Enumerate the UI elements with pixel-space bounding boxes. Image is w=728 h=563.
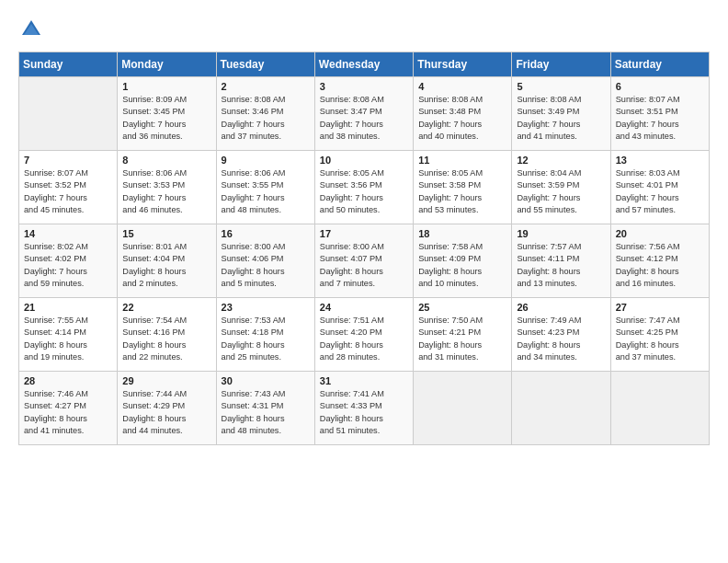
day-info: Sunrise: 8:00 AMSunset: 4:06 PMDaylight:… (222, 241, 310, 290)
col-header-friday: Friday (512, 52, 610, 77)
day-cell (19, 77, 118, 151)
day-cell: 13Sunrise: 8:03 AMSunset: 4:01 PMDayligh… (610, 151, 709, 224)
day-number: 31 (320, 375, 408, 386)
col-header-monday: Monday (118, 52, 216, 77)
week-row-2: 7Sunrise: 8:07 AMSunset: 3:52 PMDaylight… (19, 151, 710, 224)
day-info: Sunrise: 7:55 AMSunset: 4:14 PMDaylight:… (24, 315, 112, 363)
day-cell: 17Sunrise: 8:00 AMSunset: 4:07 PMDayligh… (314, 224, 413, 298)
day-cell: 8Sunrise: 8:06 AMSunset: 3:53 PMDaylight… (118, 151, 216, 224)
day-number: 16 (222, 228, 310, 239)
calendar-table: SundayMondayTuesdayWednesdayThursdayFrid… (18, 52, 710, 445)
day-cell: 7Sunrise: 8:07 AMSunset: 3:52 PMDaylight… (19, 151, 118, 224)
logo (18, 17, 48, 42)
col-header-tuesday: Tuesday (216, 52, 314, 77)
day-cell: 24Sunrise: 7:51 AMSunset: 4:20 PMDayligh… (314, 298, 413, 372)
col-header-thursday: Thursday (414, 52, 512, 77)
day-number: 4 (418, 81, 506, 92)
week-row-5: 28Sunrise: 7:46 AMSunset: 4:27 PMDayligh… (19, 372, 710, 445)
day-cell: 14Sunrise: 8:02 AMSunset: 4:02 PMDayligh… (19, 224, 118, 298)
week-row-3: 14Sunrise: 8:02 AMSunset: 4:02 PMDayligh… (19, 224, 710, 298)
day-number: 3 (320, 81, 408, 92)
day-number: 13 (616, 155, 704, 166)
day-number: 11 (418, 155, 506, 166)
day-info: Sunrise: 7:58 AMSunset: 4:09 PMDaylight:… (418, 241, 506, 290)
day-info: Sunrise: 8:04 AMSunset: 3:59 PMDaylight:… (517, 167, 605, 216)
day-info: Sunrise: 7:53 AMSunset: 4:18 PMDaylight:… (222, 315, 310, 363)
day-cell: 9Sunrise: 8:06 AMSunset: 3:55 PMDaylight… (216, 151, 314, 224)
day-cell: 3Sunrise: 8:08 AMSunset: 3:47 PMDaylight… (314, 77, 413, 151)
day-cell: 5Sunrise: 8:08 AMSunset: 3:49 PMDaylight… (512, 77, 610, 151)
day-number: 8 (122, 155, 210, 166)
day-cell: 15Sunrise: 8:01 AMSunset: 4:04 PMDayligh… (118, 224, 216, 298)
day-number: 22 (122, 302, 210, 313)
day-number: 9 (222, 155, 310, 166)
day-number: 17 (320, 228, 408, 239)
day-cell: 6Sunrise: 8:07 AMSunset: 3:51 PMDaylight… (610, 77, 709, 151)
day-number: 18 (418, 228, 506, 239)
col-header-saturday: Saturday (610, 52, 709, 77)
day-number: 20 (616, 228, 704, 239)
day-cell: 2Sunrise: 8:08 AMSunset: 3:46 PMDaylight… (216, 77, 314, 151)
day-number: 7 (24, 155, 112, 166)
day-info: Sunrise: 8:05 AMSunset: 3:56 PMDaylight:… (320, 167, 408, 216)
day-info: Sunrise: 8:03 AMSunset: 4:01 PMDaylight:… (616, 167, 704, 216)
day-cell: 19Sunrise: 7:57 AMSunset: 4:11 PMDayligh… (512, 224, 610, 298)
day-info: Sunrise: 8:00 AMSunset: 4:07 PMDaylight:… (320, 241, 408, 290)
day-number: 26 (517, 302, 605, 313)
day-info: Sunrise: 7:57 AMSunset: 4:11 PMDaylight:… (517, 241, 605, 290)
day-cell: 25Sunrise: 7:50 AMSunset: 4:21 PMDayligh… (414, 298, 512, 372)
day-number: 12 (517, 155, 605, 166)
day-number: 1 (122, 81, 210, 92)
day-info: Sunrise: 7:44 AMSunset: 4:29 PMDaylight:… (122, 388, 210, 437)
day-number: 27 (616, 302, 704, 313)
day-number: 15 (122, 228, 210, 239)
col-header-wednesday: Wednesday (314, 52, 413, 77)
day-info: Sunrise: 8:09 AMSunset: 3:45 PMDaylight:… (122, 94, 210, 143)
day-info: Sunrise: 8:08 AMSunset: 3:46 PMDaylight:… (222, 94, 310, 143)
day-info: Sunrise: 7:50 AMSunset: 4:21 PMDaylight:… (418, 315, 506, 363)
day-number: 23 (222, 302, 310, 313)
day-cell: 12Sunrise: 8:04 AMSunset: 3:59 PMDayligh… (512, 151, 610, 224)
day-info: Sunrise: 8:05 AMSunset: 3:58 PMDaylight:… (418, 167, 506, 216)
day-cell: 31Sunrise: 7:41 AMSunset: 4:33 PMDayligh… (314, 372, 413, 445)
day-number: 10 (320, 155, 408, 166)
day-cell: 18Sunrise: 7:58 AMSunset: 4:09 PMDayligh… (414, 224, 512, 298)
day-cell: 27Sunrise: 7:47 AMSunset: 4:25 PMDayligh… (610, 298, 709, 372)
logo-icon (18, 17, 44, 42)
week-row-1: 1Sunrise: 8:09 AMSunset: 3:45 PMDaylight… (19, 77, 710, 151)
day-number: 30 (222, 375, 310, 386)
day-number: 28 (24, 375, 112, 386)
day-info: Sunrise: 8:07 AMSunset: 3:52 PMDaylight:… (24, 167, 112, 216)
day-info: Sunrise: 7:47 AMSunset: 4:25 PMDaylight:… (616, 315, 704, 363)
day-info: Sunrise: 8:08 AMSunset: 3:49 PMDaylight:… (517, 94, 605, 143)
day-cell: 20Sunrise: 7:56 AMSunset: 4:12 PMDayligh… (610, 224, 709, 298)
day-info: Sunrise: 7:56 AMSunset: 4:12 PMDaylight:… (616, 241, 704, 290)
day-cell: 10Sunrise: 8:05 AMSunset: 3:56 PMDayligh… (314, 151, 413, 224)
day-cell: 26Sunrise: 7:49 AMSunset: 4:23 PMDayligh… (512, 298, 610, 372)
header-row: SundayMondayTuesdayWednesdayThursdayFrid… (19, 52, 710, 77)
day-info: Sunrise: 8:06 AMSunset: 3:55 PMDaylight:… (222, 167, 310, 216)
day-cell (512, 372, 610, 445)
day-info: Sunrise: 7:51 AMSunset: 4:20 PMDaylight:… (320, 315, 408, 363)
day-info: Sunrise: 8:06 AMSunset: 3:53 PMDaylight:… (122, 167, 210, 216)
day-info: Sunrise: 8:01 AMSunset: 4:04 PMDaylight:… (122, 241, 210, 290)
day-info: Sunrise: 8:08 AMSunset: 3:47 PMDaylight:… (320, 94, 408, 143)
day-number: 29 (122, 375, 210, 386)
day-number: 2 (222, 81, 310, 92)
day-cell: 23Sunrise: 7:53 AMSunset: 4:18 PMDayligh… (216, 298, 314, 372)
day-number: 24 (320, 302, 408, 313)
day-number: 5 (517, 81, 605, 92)
day-info: Sunrise: 7:43 AMSunset: 4:31 PMDaylight:… (222, 388, 310, 437)
week-row-4: 21Sunrise: 7:55 AMSunset: 4:14 PMDayligh… (19, 298, 710, 372)
day-info: Sunrise: 7:54 AMSunset: 4:16 PMDaylight:… (122, 315, 210, 363)
day-number: 19 (517, 228, 605, 239)
day-cell: 21Sunrise: 7:55 AMSunset: 4:14 PMDayligh… (19, 298, 118, 372)
day-info: Sunrise: 7:49 AMSunset: 4:23 PMDaylight:… (517, 315, 605, 363)
day-number: 25 (418, 302, 506, 313)
day-cell: 29Sunrise: 7:44 AMSunset: 4:29 PMDayligh… (118, 372, 216, 445)
day-number: 14 (24, 228, 112, 239)
day-cell: 1Sunrise: 8:09 AMSunset: 3:45 PMDaylight… (118, 77, 216, 151)
day-number: 21 (24, 302, 112, 313)
day-cell (610, 372, 709, 445)
day-cell (414, 372, 512, 445)
